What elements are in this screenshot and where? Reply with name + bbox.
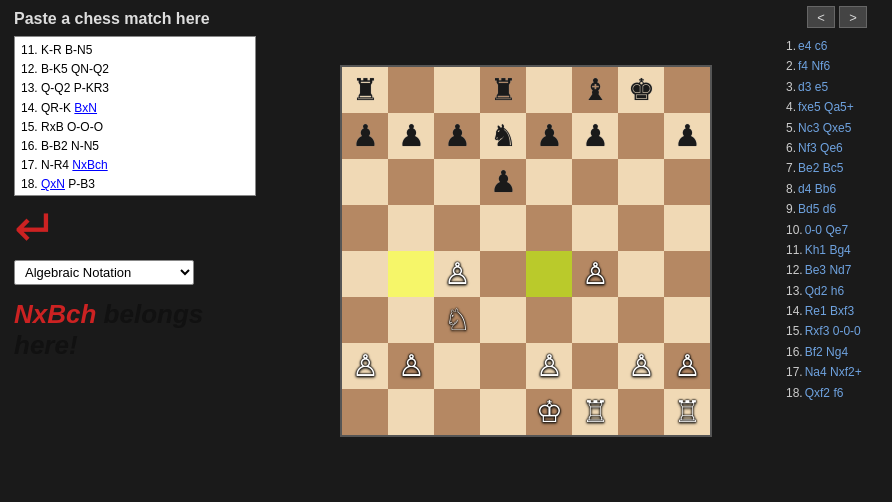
board-cell-3-7[interactable] xyxy=(664,205,710,251)
move-item: 9.Bd5 d6 xyxy=(786,199,888,219)
chess-piece: ♙ xyxy=(582,259,609,289)
board-area: ♜♜♝♚♟♟♟♞♟♟♟♟♙♙♘♙♙♙♙♙♔♖♖ xyxy=(270,0,782,502)
board-cell-7-6[interactable] xyxy=(618,389,664,435)
board-cell-7-7[interactable]: ♖ xyxy=(664,389,710,435)
board-cell-5-6[interactable] xyxy=(618,297,664,343)
board-cell-1-7[interactable]: ♟ xyxy=(664,113,710,159)
move-item: 4.fxe5 Qa5+ xyxy=(786,97,888,117)
board-cell-2-7[interactable] xyxy=(664,159,710,205)
chess-piece: ♖ xyxy=(674,397,701,427)
board-cell-5-3[interactable] xyxy=(480,297,526,343)
board-cell-7-4[interactable]: ♔ xyxy=(526,389,572,435)
board-cell-6-5[interactable] xyxy=(572,343,618,389)
board-cell-2-1[interactable] xyxy=(388,159,434,205)
chess-piece: ♟ xyxy=(398,121,425,151)
chess-piece: ♘ xyxy=(444,305,471,335)
board-cell-2-2[interactable] xyxy=(434,159,480,205)
board-cell-6-2[interactable] xyxy=(434,343,480,389)
prev-button[interactable]: < xyxy=(807,6,835,28)
board-cell-5-7[interactable] xyxy=(664,297,710,343)
board-cell-0-7[interactable] xyxy=(664,67,710,113)
board-cell-6-4[interactable]: ♙ xyxy=(526,343,572,389)
board-cell-4-5[interactable]: ♙ xyxy=(572,251,618,297)
board-cell-1-0[interactable]: ♟ xyxy=(342,113,388,159)
board-cell-0-0[interactable]: ♜ xyxy=(342,67,388,113)
move-item: 13.Qd2 h6 xyxy=(786,281,888,301)
board-cell-1-6[interactable] xyxy=(618,113,664,159)
move-item: 12.Be3 Nd7 xyxy=(786,260,888,280)
notation-select[interactable]: Algebraic Notation xyxy=(14,260,194,285)
board-cell-4-3[interactable] xyxy=(480,251,526,297)
arrow-icon: ↵ xyxy=(14,202,58,254)
board-cell-6-6[interactable]: ♙ xyxy=(618,343,664,389)
board-cell-5-1[interactable] xyxy=(388,297,434,343)
board-cell-1-1[interactable]: ♟ xyxy=(388,113,434,159)
board-cell-7-3[interactable] xyxy=(480,389,526,435)
chess-piece: ♟ xyxy=(490,167,517,197)
board-cell-1-5[interactable]: ♟ xyxy=(572,113,618,159)
board-cell-6-7[interactable]: ♙ xyxy=(664,343,710,389)
belongs-text: NxBch belongs here! xyxy=(14,299,256,361)
board-cell-3-2[interactable] xyxy=(434,205,480,251)
paste-title: Paste a chess match here xyxy=(14,10,256,28)
board-cell-2-0[interactable] xyxy=(342,159,388,205)
chess-piece: ♙ xyxy=(444,259,471,289)
board-cell-6-1[interactable]: ♙ xyxy=(388,343,434,389)
board-cell-2-3[interactable]: ♟ xyxy=(480,159,526,205)
board-cell-5-5[interactable] xyxy=(572,297,618,343)
move-item: 2.f4 Nf6 xyxy=(786,56,888,76)
move-item: 1.e4 c6 xyxy=(786,36,888,56)
board-cell-4-4[interactable] xyxy=(526,251,572,297)
board-cell-5-2[interactable]: ♘ xyxy=(434,297,480,343)
board-cell-2-4[interactable] xyxy=(526,159,572,205)
board-cell-6-3[interactable] xyxy=(480,343,526,389)
board-cell-3-4[interactable] xyxy=(526,205,572,251)
board-cell-0-4[interactable] xyxy=(526,67,572,113)
chess-piece: ♙ xyxy=(352,351,379,381)
move-label: NxBch xyxy=(14,299,96,329)
right-panel: < > 1.e4 c62.f4 Nf63.d3 e54.fxe5 Qa5+5.N… xyxy=(782,0,892,502)
chess-piece: ♟ xyxy=(582,121,609,151)
board-cell-5-0[interactable] xyxy=(342,297,388,343)
next-button[interactable]: > xyxy=(839,6,867,28)
board-cell-0-6[interactable]: ♚ xyxy=(618,67,664,113)
board-cell-4-7[interactable] xyxy=(664,251,710,297)
board-cell-2-6[interactable] xyxy=(618,159,664,205)
chess-piece: ♜ xyxy=(490,75,517,105)
move-list: 1.e4 c62.f4 Nf63.d3 e54.fxe5 Qa5+5.Nc3 Q… xyxy=(786,36,888,496)
board-cell-0-1[interactable] xyxy=(388,67,434,113)
board-cell-0-5[interactable]: ♝ xyxy=(572,67,618,113)
board-cell-4-0[interactable] xyxy=(342,251,388,297)
board-cell-2-5[interactable] xyxy=(572,159,618,205)
move-item: 10.0-0 Qe7 xyxy=(786,220,888,240)
board-cell-1-3[interactable]: ♞ xyxy=(480,113,526,159)
board-cell-7-1[interactable] xyxy=(388,389,434,435)
board-cell-3-6[interactable] xyxy=(618,205,664,251)
board-cell-5-4[interactable] xyxy=(526,297,572,343)
board-cell-3-3[interactable] xyxy=(480,205,526,251)
move-item: 11.Kh1 Bg4 xyxy=(786,240,888,260)
board-cell-7-2[interactable] xyxy=(434,389,480,435)
board-cell-0-2[interactable] xyxy=(434,67,480,113)
move-item: 5.Nc3 Qxe5 xyxy=(786,118,888,138)
chess-piece: ♟ xyxy=(536,121,563,151)
chess-piece: ♙ xyxy=(536,351,563,381)
board-cell-3-0[interactable] xyxy=(342,205,388,251)
board-cell-0-3[interactable]: ♜ xyxy=(480,67,526,113)
move-item: 16.Bf2 Ng4 xyxy=(786,342,888,362)
board-cell-4-6[interactable] xyxy=(618,251,664,297)
board-cell-7-5[interactable]: ♖ xyxy=(572,389,618,435)
board-cell-3-1[interactable] xyxy=(388,205,434,251)
board-cell-4-1[interactable] xyxy=(388,251,434,297)
board-cell-4-2[interactable]: ♙ xyxy=(434,251,480,297)
board-cell-6-0[interactable]: ♙ xyxy=(342,343,388,389)
notation-box[interactable]: 11. K-R B-N512. B-K5 QN-Q213. Q-Q2 P-KR3… xyxy=(14,36,256,196)
chess-piece: ♙ xyxy=(628,351,655,381)
move-item: 3.d3 e5 xyxy=(786,77,888,97)
chess-piece: ♜ xyxy=(352,75,379,105)
board-cell-1-4[interactable]: ♟ xyxy=(526,113,572,159)
board-cell-7-0[interactable] xyxy=(342,389,388,435)
board-cell-1-2[interactable]: ♟ xyxy=(434,113,480,159)
board-cell-3-5[interactable] xyxy=(572,205,618,251)
chess-piece: ♟ xyxy=(444,121,471,151)
